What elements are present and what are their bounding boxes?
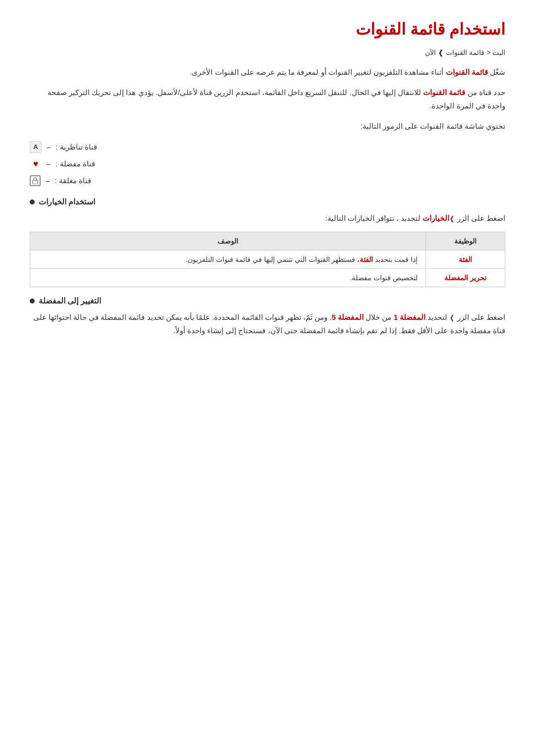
favorites-section: التغيير إلى المفضلة اضغط على الزر ❱ لتحد… [30, 296, 505, 337]
analog-icon: A [30, 141, 42, 153]
fav-para-prefix: اضغط على الزر [455, 313, 505, 321]
table-header-desc: الوصف [30, 232, 426, 251]
table-cell-desc-2: لتخصيص قنوات مفضلة. [30, 269, 426, 287]
list-item-locked: قناة مغلقة : – [30, 173, 485, 188]
paragraph-3: تحتوي شاشة قائمة القنوات على الرموز التا… [30, 119, 505, 133]
lock-icon [30, 175, 41, 186]
fav-link2[interactable]: المفضلة 5 [332, 313, 364, 321]
table-row: تحرير المفضلة لتخصيص قنوات مفضلة. [30, 269, 505, 287]
table-header-func: الوظيفة [426, 232, 505, 251]
breadcrumb-action: ❱ الآن [425, 49, 444, 56]
chevron-icon: ❱ [449, 213, 455, 224]
para2-link[interactable]: قائمة القنوات [423, 88, 465, 97]
options-table: الوظيفة الوصف الفئة إذا قمت بتحديد الفئة… [30, 232, 505, 287]
options-heading: استخدام الخيارات [30, 197, 505, 206]
table-header-row: الوظيفة الوصف [30, 232, 505, 251]
desc-1-link: الفئة [360, 255, 373, 263]
options-intro: اضغط على الزر ❱ الخيارات لتحديد ، تتوافر… [30, 211, 505, 225]
para2-prefix: حدد قناة من [465, 88, 505, 97]
favorites-paragraph: اضغط على الزر ❱ لتحديد المفضلة 1 من خلال… [30, 310, 505, 337]
options-intro-prefix: اضغط على الزر [455, 214, 505, 222]
locked-label: قناة مغلقة : [54, 173, 91, 188]
breadcrumb-home[interactable]: البث [492, 49, 505, 56]
paragraph-2: حدد قناة من قائمة القنوات للانتقال إليها… [30, 86, 505, 112]
breadcrumb: البث < قائمة القنوات ❱ الآن [30, 49, 505, 56]
options-heading-text: استخدام الخيارات [39, 197, 95, 206]
svg-rect-0 [33, 180, 38, 184]
favorite-label: قناة مفضلة : [55, 156, 95, 171]
fav-para-text2: من خلال [364, 313, 394, 321]
para1-link[interactable]: قائمة القنوات [446, 68, 488, 76]
para1-suffix: أثناء مشاهدة التلفزيون لتغيير القنوات أو… [190, 68, 445, 76]
favorites-heading-text: التغيير إلى المفضلة [39, 296, 101, 305]
fav-para-text1: لتحديد [426, 313, 449, 321]
chevron-icon-2: ❱ [449, 312, 455, 323]
table-cell-desc-1: إذا قمت بتحديد الفئة، فستظهر القنوات الت… [30, 251, 426, 269]
table-row: الفئة إذا قمت بتحديد الفئة، فستظهر القنو… [30, 251, 505, 269]
table-cell-func-1: الفئة [426, 251, 505, 269]
breadcrumb-current-link[interactable]: قائمة القنوات [446, 49, 484, 56]
icon-list: قناة تناظرية : – A قناة مفضلة : – ♥ قناة… [30, 140, 505, 188]
options-intro-link[interactable]: الخيارات [423, 214, 449, 222]
list-item-favorite: قناة مفضلة : – ♥ [30, 156, 485, 171]
fav-link1[interactable]: المفضلة 1 [394, 313, 426, 321]
para1-prefix: شغّل [488, 68, 505, 76]
options-section: استخدام الخيارات اضغط على الزر ❱ الخيارا… [30, 197, 505, 287]
analog-label: قناة تناظرية : [55, 140, 97, 154]
table-cell-func-2: تحرير المفضلة [426, 269, 505, 287]
bullet-dot-options [30, 200, 35, 204]
options-intro-suffix2: ، تتوافر الخيارات التالية: [325, 214, 399, 222]
paragraph-1: شغّل قائمة القنوات أثناء مشاهدة التلفزيو… [30, 65, 505, 79]
bullet-dot-favorites [30, 299, 35, 303]
favorites-heading: التغيير إلى المفضلة [30, 296, 505, 305]
heart-icon: ♥ [30, 158, 42, 170]
page-title: استخدام قائمة القنوات [30, 20, 505, 39]
breadcrumb-separator: < [484, 49, 490, 56]
options-intro-suffix: لتحديد [399, 214, 423, 222]
list-item-analog: قناة تناظرية : – A [30, 140, 485, 154]
